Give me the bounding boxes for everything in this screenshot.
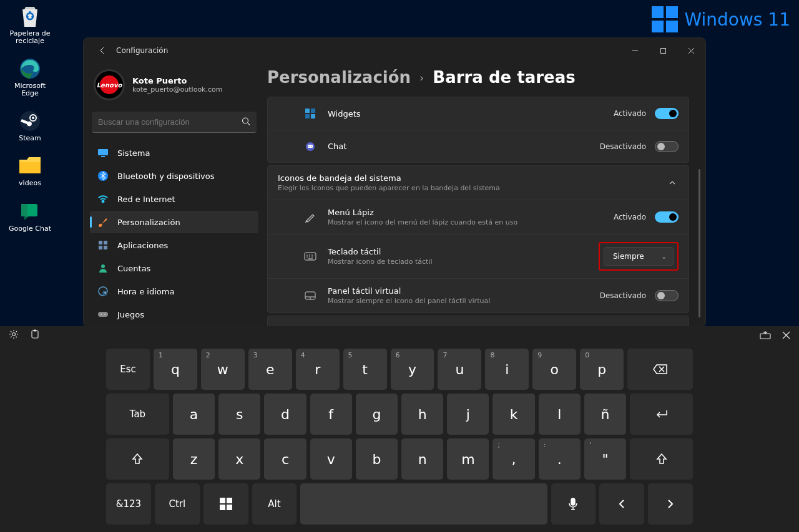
svg-rect-6	[652, 6, 664, 18]
key-🎤[interactable]	[551, 483, 596, 525]
svg-rect-12	[98, 149, 108, 155]
profile-block[interactable]: Lenovo Kote Puerto kote_puerto@outlook.c…	[90, 63, 258, 112]
keyboard-close-icon[interactable]	[782, 330, 790, 342]
key-Alt[interactable]: Alt	[252, 483, 297, 525]
key-space[interactable]	[300, 483, 547, 525]
desktop-icon-label: Google Chat	[9, 225, 51, 233]
dropdown-touch-keyboard[interactable]: Siempre ⌄	[604, 247, 674, 266]
desktop-steam[interactable]: Steam	[5, 109, 55, 142]
key->[interactable]	[648, 483, 693, 525]
profile-name: Kote Puerto	[132, 76, 222, 85]
key-z[interactable]: z	[173, 438, 215, 480]
nav-time-language[interactable]: Hora e idioma	[90, 280, 258, 302]
scrollbar[interactable]	[699, 169, 700, 317]
nav-accounts[interactable]: Cuentas	[90, 257, 258, 279]
back-button[interactable]	[95, 43, 110, 58]
desktop-edge[interactable]: Microsoft Edge	[5, 56, 55, 97]
key-n[interactable]: n	[401, 438, 443, 480]
key-⇧[interactable]	[630, 438, 693, 480]
key-"[interactable]: '"	[584, 438, 626, 480]
nav-label: Hora e idioma	[117, 287, 174, 296]
row-pen-menu[interactable]: Menú Lápiz Mostrar el icono del menú del…	[268, 200, 689, 234]
row-tray-header[interactable]: Iconos de bandeja del sistema Elegir los…	[268, 166, 689, 200]
row-title: Panel táctil virtual	[328, 286, 600, 296]
key-o[interactable]: 9o	[532, 349, 576, 390]
key-<[interactable]	[599, 483, 644, 525]
panel-taskbar-items: Widgets Activado Chat Desactivado	[267, 97, 689, 163]
key-c[interactable]: c	[264, 438, 306, 480]
row-title: Chat	[328, 142, 600, 151]
chevron-up-icon[interactable]	[666, 175, 679, 191]
key-i[interactable]: 8i	[485, 349, 529, 390]
desktop-google-chat[interactable]: Google Chat	[5, 199, 55, 233]
nav-bluetooth[interactable]: Bluetooth y dispositivos	[90, 165, 258, 187]
nav-network[interactable]: Red e Internet	[90, 188, 258, 210]
settings-main: Personalización › Barra de tareas Widget…	[265, 63, 705, 327]
row-widgets[interactable]: Widgets Activado	[268, 97, 689, 130]
keyboard-settings-icon[interactable]	[9, 329, 19, 342]
key-e[interactable]: 3e	[248, 349, 292, 390]
row-desc: Elegir los iconos que pueden aparecer en…	[278, 184, 666, 192]
row-touch-keyboard[interactable]: Teclado táctil Mostrar icono de teclado …	[268, 234, 689, 278]
keyboard-icon	[304, 252, 316, 261]
key-j[interactable]: j	[447, 394, 489, 435]
key-⊞[interactable]	[203, 483, 248, 525]
toggle-pen[interactable]	[655, 211, 679, 223]
key-v[interactable]: v	[310, 438, 352, 480]
key-y[interactable]: 6y	[391, 349, 434, 390]
key-q[interactable]: 1q	[154, 349, 197, 390]
key-d[interactable]: d	[264, 394, 306, 435]
search-input[interactable]	[92, 112, 257, 133]
steam-icon	[17, 109, 42, 133]
chevron-right-icon: ›	[419, 71, 424, 84]
nav-personalization[interactable]: Personalización	[90, 211, 258, 233]
svg-rect-10	[661, 48, 666, 53]
svg-rect-41	[227, 498, 232, 503]
crumb-parent[interactable]: Personalización	[267, 68, 411, 87]
key-,[interactable]: ;,	[493, 438, 534, 480]
key-m[interactable]: m	[447, 438, 489, 480]
nav-apps[interactable]: Aplicaciones	[90, 234, 258, 256]
key-ñ[interactable]: ñ	[584, 394, 626, 435]
key-⌫[interactable]	[627, 349, 693, 390]
key-s[interactable]: s	[218, 394, 260, 435]
key-Esc[interactable]: Esc	[106, 349, 150, 390]
settings-search[interactable]	[92, 112, 257, 133]
key-t[interactable]: 5t	[343, 349, 387, 390]
key-g[interactable]: g	[356, 394, 398, 435]
key-↵[interactable]	[630, 394, 693, 435]
key-p[interactable]: 0p	[580, 349, 624, 390]
key-f[interactable]: f	[310, 394, 352, 435]
key-h[interactable]: h	[401, 394, 443, 435]
key-k[interactable]: k	[493, 394, 534, 435]
key-⇧[interactable]	[106, 438, 169, 480]
key-Tab[interactable]: Tab	[106, 394, 169, 435]
desktop-recycle-bin[interactable]: Papelera de reciclaje	[5, 4, 55, 45]
toggle-widgets[interactable]	[655, 108, 679, 119]
nav-games[interactable]: Juegos	[90, 303, 258, 326]
key-w[interactable]: 2w	[201, 349, 245, 390]
key-.[interactable]: :.	[539, 438, 581, 480]
key-u[interactable]: 7u	[438, 349, 481, 390]
keyboard-dock-icon[interactable]	[760, 330, 771, 342]
svg-rect-8	[652, 21, 664, 32]
desktop-folder-videos[interactable]: videos	[5, 153, 55, 187]
row-other-tray-header[interactable]: Otros iconos de bandeja del sistema	[268, 316, 689, 327]
toggle-chat[interactable]	[655, 141, 679, 152]
key-r[interactable]: 4r	[296, 349, 340, 390]
maximize-button[interactable]	[649, 41, 677, 60]
key-b[interactable]: b	[356, 438, 398, 480]
keyboard-clipboard-icon[interactable]	[30, 329, 40, 342]
row-virtual-touchpad[interactable]: Panel táctil virtual Mostrar siempre el …	[268, 278, 689, 312]
close-button[interactable]	[677, 41, 705, 60]
row-chat[interactable]: Chat Desactivado	[268, 130, 689, 162]
key-a[interactable]: a	[173, 394, 215, 435]
key-l[interactable]: l	[539, 394, 581, 435]
avatar-text: Lenovo	[100, 75, 119, 94]
minimize-button[interactable]	[621, 41, 649, 60]
key-&123[interactable]: &123	[106, 483, 151, 525]
key-Ctrl[interactable]: Ctrl	[155, 483, 200, 525]
toggle-vtouchpad[interactable]	[655, 290, 679, 301]
nav-sistema[interactable]: Sistema	[90, 142, 258, 164]
key-x[interactable]: x	[218, 438, 260, 480]
